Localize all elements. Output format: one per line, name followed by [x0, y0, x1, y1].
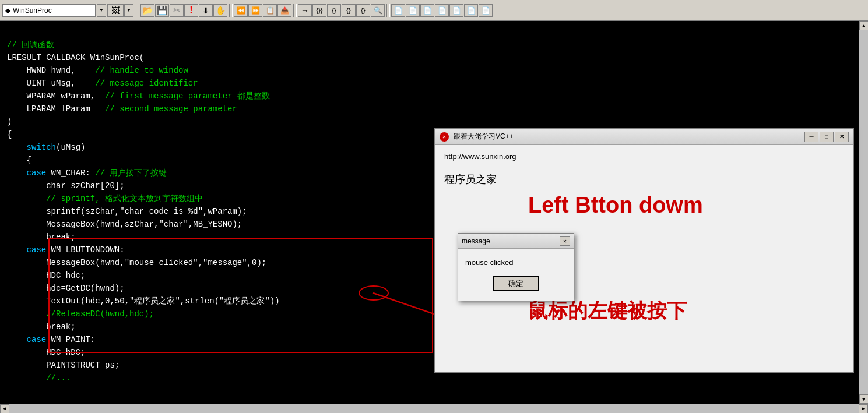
code-line-13: // sprintf, 格式化文本放到字符数组中 — [7, 194, 203, 203]
code-line-19: HDC hdc; — [7, 271, 85, 280]
code-line-26: PAINTSTRUCT ps; — [7, 361, 120, 370]
code-line-27: //... — [7, 373, 71, 383]
app-url: http://www.sunxin.org — [444, 152, 844, 161]
toolbar-braces1[interactable]: {}} — [312, 4, 326, 17]
sep2 — [229, 4, 233, 17]
msgbox-content: mouse clicked 确定 — [458, 249, 574, 301]
msgbox-titlebar: message ✕ — [458, 234, 574, 249]
code-line-11: case WM_CHAR: // 用户按下了按键 — [7, 168, 167, 178]
code-line-20: hdc=GetDC(hwnd); — [7, 284, 125, 293]
toolbar-search[interactable]: 🔍 — [371, 4, 385, 17]
close-btn[interactable]: ✕ — [835, 132, 849, 142]
code-line-21: TextOut(hdc,0,50,"程序员之家",strlen("程序员之家")… — [7, 296, 280, 306]
code-line-6: LPARAM lParam // second message paramete… — [7, 104, 237, 114]
code-line-10: { — [7, 156, 31, 165]
toolbar-fwd[interactable]: ⏩ — [248, 4, 262, 17]
app-titlebar: ✕ 跟着大佬学习VC++ ─ □ ✕ — [435, 129, 853, 145]
code-line-18: MessageBox(hwnd,"mouse clicked","message… — [7, 258, 266, 267]
scroll-down-btn[interactable]: ▼ — [859, 394, 869, 404]
toolbar-braces4[interactable]: {} — [356, 4, 370, 17]
msgbox-close-btn[interactable]: ✕ — [560, 236, 570, 246]
toolbar-doc5[interactable]: 📄 — [449, 4, 463, 17]
toolbar-cut[interactable]: ✂ — [170, 4, 184, 17]
code-line-2: LRESULT CALLBACK WinSunProc( — [7, 53, 144, 62]
toolbar-doc4[interactable]: 📄 — [435, 4, 449, 17]
scroll-h-track[interactable] — [9, 404, 859, 413]
code-line-16: break; — [7, 232, 76, 242]
toolbar-hand[interactable]: ✋ — [213, 4, 227, 17]
scroll-track[interactable] — [859, 30, 868, 394]
code-line-12: char szChar[20]; — [7, 181, 125, 190]
app-label: 程序员之家 — [444, 172, 844, 186]
scroll-right-btn[interactable]: ► — [859, 404, 868, 414]
code-line-4: UINT uMsg, // message identifier — [7, 79, 198, 88]
toolbar-btn-arrow[interactable]: ▼ — [124, 4, 133, 17]
code-line-5: WPARAM wParam, // first message paramete… — [7, 91, 270, 101]
toolbar-back[interactable]: ⏪ — [234, 4, 248, 17]
message-box: message ✕ mouse clicked 确定 — [458, 233, 574, 301]
toolbar-exclaim[interactable]: ! — [184, 4, 198, 17]
code-line-17: case WM_LBUTTONDOWN: — [7, 245, 125, 255]
function-dropdown[interactable]: ◆ WinSunProc — [2, 4, 96, 17]
toolbar-doc6[interactable]: 📄 — [464, 4, 478, 17]
app-content: http://www.sunxin.org 程序员之家 — [435, 145, 853, 193]
app-icon: ✕ — [440, 132, 449, 142]
horizontal-scrollbar[interactable]: ◄ ► — [0, 404, 868, 413]
toolbar-btn-2[interactable]: 🖼 — [107, 4, 124, 17]
app-chinese-text: 鼠标的左键被按下 — [528, 298, 687, 324]
app-window-controls: ─ □ ✕ — [804, 132, 849, 142]
toolbar-doc2[interactable]: 📄 — [406, 4, 420, 17]
code-line-3: HWND hwnd, // handle to window — [7, 66, 188, 75]
vertical-scrollbar[interactable]: ▲ ▼ — [859, 21, 868, 404]
toolbar-braces3[interactable]: {} — [342, 4, 356, 17]
code-line-7: ) — [7, 117, 12, 126]
scroll-up-btn[interactable]: ▲ — [859, 21, 869, 30]
code-line-23: break; — [7, 322, 76, 331]
ide-window: ◆ WinSunProc ▼ 🖼 ▼ 📂 💾 ✂ ! ⬇ ✋ ⏪ ⏩ 📋 📤 →… — [0, 0, 868, 413]
msgbox-title: message — [462, 237, 560, 245]
msgbox-ok-button[interactable]: 确定 — [493, 276, 539, 291]
sep4 — [386, 4, 390, 17]
toolbar-doc3[interactable]: 📄 — [420, 4, 434, 17]
code-line-25: HDC hDC; — [7, 348, 85, 357]
code-line-22: //ReleaseDC(hwnd,hdc); — [7, 309, 154, 319]
toolbar-braces2[interactable]: {} — [327, 4, 341, 17]
maximize-btn[interactable]: □ — [820, 132, 834, 142]
msgbox-message: mouse clicked — [465, 258, 567, 267]
toolbar-copy[interactable]: 📋 — [263, 4, 277, 17]
code-line-15: MessageBox(hwnd,szChar,"char",MB_YESNO); — [7, 220, 242, 229]
toolbar-open[interactable]: 📂 — [140, 4, 154, 17]
code-line-24: case WM_PAINT: — [7, 335, 95, 344]
diamond-icon: ◆ — [5, 6, 10, 15]
toolbar-down[interactable]: ⬇ — [199, 4, 213, 17]
toolbar-arrow[interactable]: → — [298, 4, 312, 17]
minimize-btn[interactable]: ─ — [804, 132, 818, 142]
toolbar: ◆ WinSunProc ▼ 🖼 ▼ 📂 💾 ✂ ! ⬇ ✋ ⏪ ⏩ 📋 📤 →… — [0, 0, 868, 21]
app-title: 跟着大佬学习VC++ — [454, 132, 804, 142]
toolbar-doc7[interactable]: 📄 — [479, 4, 493, 17]
toolbar-paste[interactable]: 📤 — [277, 4, 291, 17]
dropdown-label: WinSunProc — [13, 6, 52, 15]
app-big-text: Left Btton dowm — [528, 193, 703, 218]
code-line-1: // 回调函数 — [7, 40, 54, 50]
code-line-9: switch(uMsg) — [7, 143, 85, 152]
code-line-8: { — [7, 130, 12, 139]
sep3 — [293, 4, 297, 17]
code-line-14: sprintf(szChar,"char code is %d",wParam)… — [7, 207, 247, 216]
dropdown-arrow[interactable]: ▼ — [97, 4, 106, 17]
toolbar-save[interactable]: 💾 — [155, 4, 169, 17]
sep1 — [136, 4, 139, 17]
scroll-left-btn[interactable]: ◄ — [0, 404, 9, 414]
toolbar-doc1[interactable]: 📄 — [391, 4, 405, 17]
